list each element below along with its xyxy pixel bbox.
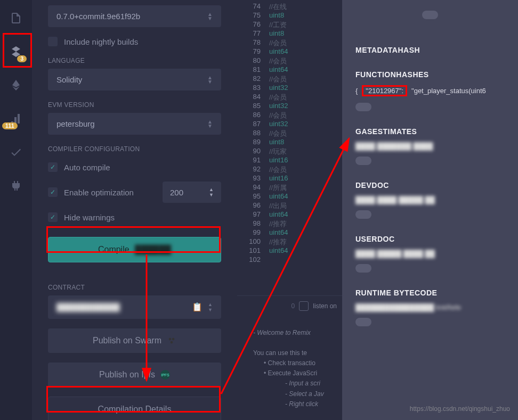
- plugin-icon[interactable]: [9, 178, 23, 193]
- compile-button[interactable]: Compile ██████: [48, 237, 221, 262]
- evm-label: EVM VERSION: [48, 101, 221, 109]
- autocompile-label: Auto compile: [64, 163, 110, 172]
- language-select[interactable]: Solidity ▲▼: [48, 69, 221, 90]
- file-explorer-icon[interactable]: [9, 11, 23, 26]
- compiler-badge: 3: [17, 55, 27, 62]
- listen-network-toggle[interactable]: 0 listen on: [292, 301, 337, 311]
- analysis-badge: 111: [2, 122, 18, 129]
- nightly-label: Include nightly builds: [64, 37, 138, 46]
- nightly-checkbox[interactable]: [48, 37, 58, 46]
- contract-label: CONTRACT: [48, 284, 221, 291]
- runs-value: 200: [170, 188, 183, 197]
- optimize-label: Enable optimization: [64, 188, 134, 197]
- hidewarn-label: Hide warnings: [64, 213, 115, 222]
- debugger-icon[interactable]: [9, 145, 23, 160]
- compiler-panel: 0.7.0+commit.9e61f92b ▲▼ Include nightly…: [32, 0, 237, 420]
- compiler-version-value: 0.7.0+commit.9e61f92b: [56, 12, 140, 21]
- contract-select[interactable]: ████████████ 📋 ▲▼: [48, 295, 221, 319]
- svg-point-0: [169, 338, 172, 341]
- compiler-version-select[interactable]: 0.7.0+commit.9e61f92b ▲▼: [48, 5, 221, 27]
- optimize-checkbox[interactable]: ✓: [48, 187, 58, 197]
- deploy-icon[interactable]: [9, 78, 23, 93]
- chevron-updown-icon: ▲▼: [207, 12, 213, 21]
- analysis-icon[interactable]: 111: [9, 111, 23, 126]
- copy-abi-icon[interactable]: 📋: [192, 302, 203, 312]
- swarm-icon: [167, 336, 176, 345]
- ipfs-icon: IPFS: [160, 370, 170, 380]
- chevron-updown-icon: ▲▼: [207, 76, 213, 84]
- publish-ipfs-button[interactable]: Publish on Ipfs IPFS: [48, 363, 221, 387]
- hidewarn-checkbox[interactable]: ✓: [48, 212, 58, 222]
- icon-sidebar: 3 111: [0, 0, 32, 420]
- chevron-updown-icon: ▲▼: [207, 120, 213, 128]
- runs-input[interactable]: 200 ▲▼: [163, 182, 221, 203]
- handle[interactable]: [422, 11, 438, 19]
- contract-value: ████████████: [56, 303, 120, 311]
- chevron-updown-icon: ▲▼: [208, 302, 213, 312]
- chevron-updown-icon: ▲▼: [209, 187, 214, 197]
- compiler-icon[interactable]: 3: [9, 44, 23, 59]
- evm-select[interactable]: petersburg ▲▼: [48, 113, 221, 135]
- publish-swarm-button[interactable]: Publish on Swarm: [48, 328, 221, 353]
- svg-point-1: [172, 338, 175, 341]
- watermark: https://blog.csdn.net/qingshui_zhuo: [410, 405, 510, 413]
- listen-checkbox[interactable]: [299, 301, 309, 311]
- evm-value: petersburg: [56, 119, 95, 128]
- language-label: LANGUAGE: [48, 57, 221, 64]
- svg-point-2: [171, 341, 173, 344]
- autocompile-checkbox[interactable]: ✓: [48, 162, 58, 172]
- compilation-details-button[interactable]: Compilation Details: [48, 397, 221, 420]
- compilation-details-panel: METADATAHASHFUNCTIONHASHES{"21012967":"g…: [342, 0, 518, 420]
- config-label: COMPILER CONFIGURATION: [48, 145, 221, 153]
- language-value: Solidity: [56, 75, 82, 84]
